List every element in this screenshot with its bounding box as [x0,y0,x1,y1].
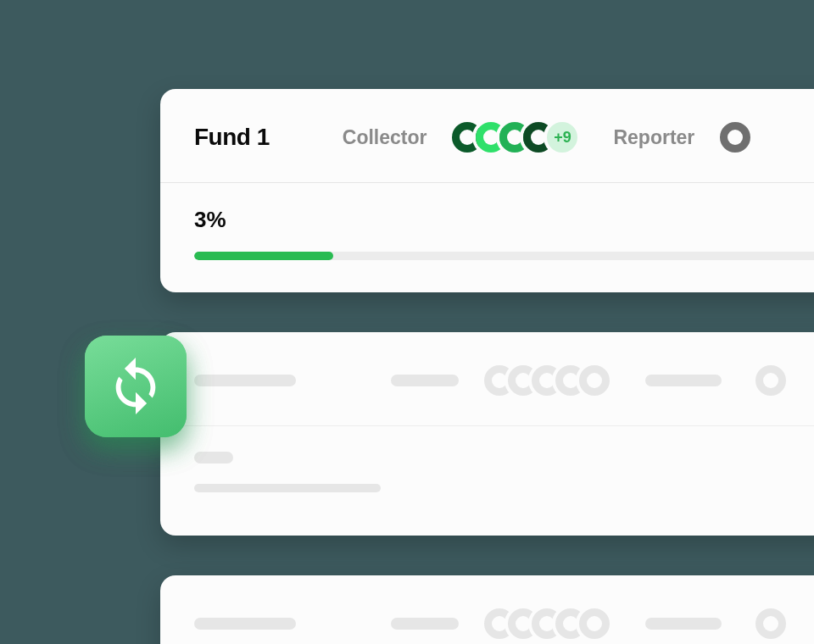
skeleton-divider [160,425,814,426]
skeleton-bar [391,618,459,630]
fund-title: Fund 1 [194,124,270,151]
skeleton-progress [194,484,814,492]
skeleton-bar [194,618,296,630]
collector-label: Collector [343,126,427,149]
progress-fill [194,252,333,260]
fund-card-1: Fund 1 Collector +9 Reporter 3% 32/15 [160,89,814,292]
skeleton-header [194,358,814,403]
skeleton-bar [194,484,381,492]
skeleton-avatar-icon [752,362,789,399]
progress-bar [194,252,814,260]
fund-card-2-skeleton [160,332,814,536]
refresh-button[interactable] [85,336,187,437]
skeleton-avatar-stack [481,362,613,399]
skeleton-bar [645,375,722,386]
skeleton-bar [194,452,233,464]
collector-avatar-stack[interactable]: +9 [449,119,581,156]
reporter-avatar-icon[interactable] [716,119,754,156]
skeleton-avatar-icon [752,605,789,642]
stats-row: 3% 32/15 [194,207,814,233]
refresh-icon [106,355,165,418]
percent-value: 3% [194,207,226,233]
skeleton-header [194,601,814,644]
skeleton-bar [645,618,722,630]
fund-card-3-skeleton [160,575,814,644]
skeleton-avatar-stack [481,605,613,642]
skeleton-stats-row [194,452,814,464]
skeleton-avatar-icon [576,605,613,642]
divider [160,182,814,183]
avatar-overflow-badge[interactable]: +9 [544,119,581,156]
skeleton-bar [194,375,296,386]
card-header: Fund 1 Collector +9 Reporter [194,114,814,160]
reporter-label: Reporter [613,126,694,149]
skeleton-avatar-icon [576,362,613,399]
skeleton-bar [391,375,459,386]
